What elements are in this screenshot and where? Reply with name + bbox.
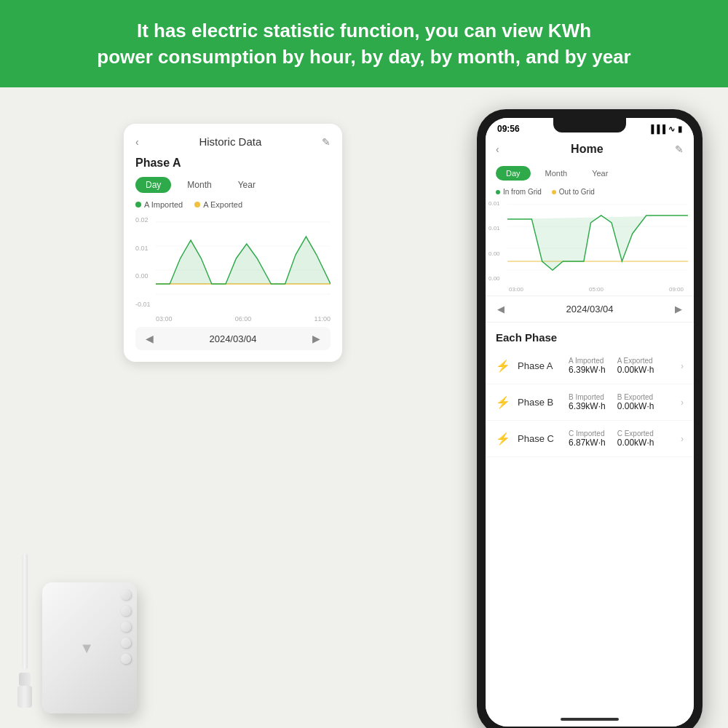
- device-btn-2: [121, 606, 131, 616]
- phase-b-exported: B Exported 0.00kW·h: [617, 393, 654, 411]
- legend-dot-yellow: [194, 202, 200, 207]
- app-edit-icon[interactable]: ✎: [675, 143, 684, 155]
- tab-row: Day Month Year: [135, 177, 331, 193]
- legend-imported-label: A Imported: [144, 200, 183, 209]
- phase-c-exported-value: 0.00kW·h: [617, 438, 654, 448]
- home-bar: [561, 718, 619, 721]
- phase-c-name: Phase C: [518, 433, 561, 444]
- historic-data-card: ‹ Historic Data ✎ Phase A Day Month Year…: [124, 124, 342, 362]
- app-y-label-3: 0.00: [488, 275, 500, 282]
- app-prev-date[interactable]: ◀: [497, 304, 505, 314]
- tab-day[interactable]: Day: [135, 177, 171, 193]
- app-header: ‹ Home ✎: [486, 137, 694, 162]
- app-legend-in: In from Grid: [496, 188, 542, 196]
- status-time: 09:56: [497, 124, 520, 134]
- app-x-label-1: 05:00: [589, 286, 604, 293]
- y-label-3: -0.01: [135, 301, 151, 308]
- app-y-label-0: 0.01: [488, 200, 500, 207]
- app-title: Home: [499, 143, 675, 156]
- device-btn-4: [121, 638, 131, 648]
- app-tab-year[interactable]: Year: [582, 166, 618, 181]
- phase-row-c[interactable]: ⚡ Phase C C Imported 6.87kW·h C Exported…: [486, 421, 694, 457]
- phase-a-icon: ⚡: [496, 359, 510, 373]
- home-indicator: [486, 712, 694, 727]
- phase-a-exported: A Exported 0.00kW·h: [617, 357, 654, 375]
- tab-year[interactable]: Year: [228, 177, 266, 193]
- y-label-1: 0.01: [135, 245, 151, 252]
- phase-b-stats: B Imported 6.39kW·h B Exported 0.00kW·h: [569, 393, 673, 411]
- notch: [553, 118, 626, 132]
- x-label-0: 03:00: [156, 315, 173, 323]
- x-label-2: 11:00: [314, 315, 331, 323]
- phase-b-exported-value: 0.00kW·h: [617, 401, 654, 411]
- app-legend-out-label: Out to Grid: [559, 188, 595, 196]
- app-y-labels: 0.01 0.01 0.00 0.00: [488, 197, 500, 285]
- device-btn-1: [121, 590, 131, 600]
- card-title: Historic Data: [139, 135, 322, 148]
- app-legend-dot-green: [496, 190, 500, 194]
- app-content: ‹ Home ✎ Day Month Year In fro: [486, 137, 694, 727]
- phase-a-imported-value: 6.39kW·h: [569, 365, 606, 375]
- each-phase-title: Each Phase: [486, 323, 694, 348]
- x-labels: 03:00 06:00 11:00: [156, 315, 331, 323]
- app-tabs: Day Month Year: [486, 162, 694, 185]
- phase-b-arrow: ›: [681, 397, 684, 408]
- header-line2: power consumption by hour, by day, by mo…: [97, 46, 630, 68]
- phase-b-name: Phase B: [518, 397, 561, 408]
- phase-a-label: Phase A: [135, 157, 331, 170]
- next-date-arrow[interactable]: ▶: [312, 333, 320, 344]
- app-next-date[interactable]: ▶: [675, 304, 682, 314]
- phase-c-arrow: ›: [681, 434, 684, 444]
- device-buttons: [121, 590, 131, 664]
- phase-b-imported-label: B Imported: [569, 393, 606, 401]
- app-y-label-1: 0.01: [488, 225, 500, 232]
- app-x-label-2: 09:00: [669, 286, 684, 293]
- phase-a-imported-label: A Imported: [569, 357, 606, 365]
- x-label-1: 06:00: [235, 315, 252, 323]
- phase-row-b[interactable]: ⚡ Phase B B Imported 6.39kW·h B Exported…: [486, 384, 694, 421]
- right-section: 09:56 ▐▐▐ ∿ ▮ ‹ Home ✎: [451, 87, 728, 728]
- app-legend: In from Grid Out to Grid: [486, 185, 694, 197]
- app-tab-day[interactable]: Day: [496, 166, 531, 181]
- legend-exported: A Exported: [194, 200, 242, 209]
- phase-list: ⚡ Phase A A Imported 6.39kW·h A Exported…: [486, 348, 694, 712]
- app-tab-month[interactable]: Month: [535, 166, 578, 181]
- signal-icon: ▐▐▐: [649, 124, 665, 133]
- legend-exported-label: A Exported: [203, 200, 242, 209]
- app-date-display: 2024/03/04: [566, 304, 613, 314]
- smartphone-screen: 09:56 ▐▐▐ ∿ ▮ ‹ Home ✎: [486, 118, 694, 727]
- antenna-base: [17, 686, 32, 708]
- phase-c-imported-value: 6.87kW·h: [569, 438, 606, 448]
- phase-a-name: Phase A: [518, 360, 561, 371]
- phase-a-exported-value: 0.00kW·h: [617, 365, 654, 375]
- phase-c-stats: C Imported 6.87kW·h C Exported 0.00kW·h: [569, 430, 673, 448]
- app-date-nav: ◀ 2024/03/04 ▶: [486, 296, 694, 323]
- legend-row: A Imported A Exported: [135, 200, 331, 209]
- phase-b-icon: ⚡: [496, 395, 510, 409]
- phase-b-imported-value: 6.39kW·h: [569, 401, 606, 411]
- app-x-labels: 03:00 05:00 09:00: [486, 285, 694, 296]
- header-banner: It has electric statistic function, you …: [0, 0, 728, 87]
- phase-b-exported-label: B Exported: [617, 393, 654, 401]
- header-line1: It has electric statistic function, you …: [137, 20, 591, 41]
- y-label-0: 0.02: [135, 216, 151, 223]
- header-text: It has electric statistic function, you …: [97, 17, 630, 71]
- main-content: ‹ Historic Data ✎ Phase A Day Month Year…: [0, 87, 728, 728]
- phase-row-a[interactable]: ⚡ Phase A A Imported 6.39kW·h A Exported…: [486, 348, 694, 384]
- app-legend-dot-yellow: [552, 190, 556, 194]
- y-label-2: 0.00: [135, 272, 151, 280]
- phase-b-imported: B Imported 6.39kW·h: [569, 393, 606, 411]
- date-display: 2024/03/04: [209, 333, 256, 344]
- antenna-stick: [22, 553, 28, 670]
- app-legend-out: Out to Grid: [552, 188, 595, 196]
- app-legend-in-label: In from Grid: [503, 188, 542, 196]
- prev-date-arrow[interactable]: ◀: [146, 333, 154, 344]
- device-box: ▼: [42, 582, 137, 713]
- device-logo-icon: ▼: [79, 640, 94, 657]
- edit-icon[interactable]: ✎: [322, 136, 331, 148]
- antenna: [15, 553, 35, 713]
- chart-area: 0.02 0.01 0.00 -0.01: [135, 215, 331, 309]
- device-btn-5: [121, 654, 131, 664]
- app-y-label-2: 0.00: [488, 250, 500, 257]
- tab-month[interactable]: Month: [177, 177, 221, 193]
